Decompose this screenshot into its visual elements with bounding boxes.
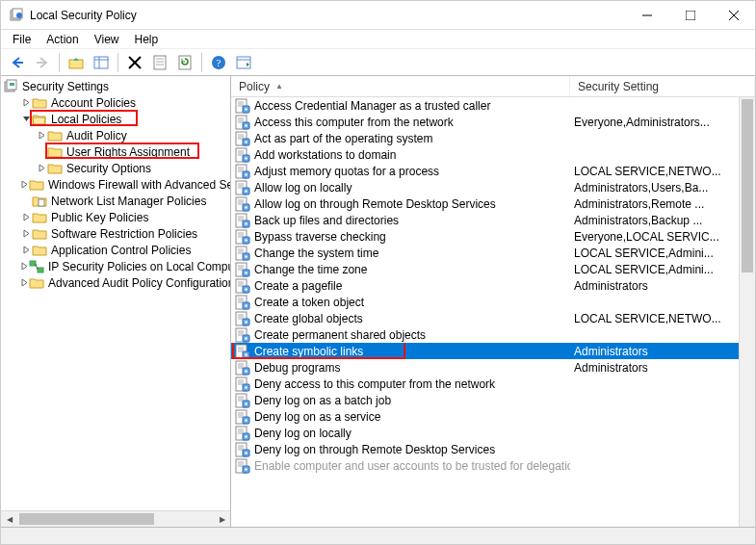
policy-row[interactable]: Allow log on locallyAdministrators,Users…: [231, 179, 755, 195]
expander-icon[interactable]: [20, 261, 29, 272]
scroll-thumb[interactable]: [19, 513, 154, 525]
policy-row[interactable]: Back up files and directoriesAdministrat…: [231, 212, 755, 228]
scroll-thumb[interactable]: [742, 99, 753, 272]
tree-root-label: Security Settings: [20, 80, 111, 93]
folder-icon: [29, 177, 44, 193]
svg-point-66: [245, 190, 247, 192]
policy-name: Debug programs: [254, 361, 340, 375]
policy-row[interactable]: Add workstations to domain: [231, 146, 755, 163]
minimize-button[interactable]: [625, 1, 668, 30]
expander-icon[interactable]: [20, 212, 32, 223]
tree-node-label: Public Key Policies: [49, 211, 150, 224]
show-hide-tree-button[interactable]: [90, 51, 113, 74]
policy-row[interactable]: Deny log on locally: [231, 425, 755, 441]
properties-button[interactable]: [148, 51, 171, 74]
list-vertical-scrollbar[interactable]: [739, 97, 755, 527]
expander-icon[interactable]: [36, 130, 47, 142]
tree-node-label: Network List Manager Policies: [49, 195, 208, 208]
tree-node[interactable]: IP Security Policies on Local Computer: [1, 258, 230, 274]
expander-icon[interactable]: [20, 228, 32, 240]
toolbar-separator: [59, 53, 60, 72]
refresh-button[interactable]: [173, 51, 196, 74]
policy-row[interactable]: Enable computer and user accounts to be …: [231, 457, 755, 474]
policy-row[interactable]: Deny log on as a service: [231, 408, 755, 425]
policy-row[interactable]: Deny log on as a batch job: [231, 392, 755, 408]
policy-row[interactable]: Create a token object: [231, 294, 755, 310]
policy-cell: Change the system time: [231, 246, 570, 261]
delete-button[interactable]: [123, 51, 146, 74]
policy-row[interactable]: Create symbolic linksAdministrators: [231, 343, 755, 359]
expander-icon[interactable]: [36, 146, 47, 158]
tree-node[interactable]: Account Policies: [1, 94, 230, 111]
tree-horizontal-scrollbar[interactable]: ◀ ▶: [1, 510, 230, 527]
up-level-button[interactable]: [65, 51, 88, 74]
policy-row[interactable]: Create global objectsLOCAL SERVICE,NETWO…: [231, 310, 755, 326]
tree-node-label: Software Restriction Policies: [49, 227, 199, 241]
security-setting-cell: Administrators: [570, 361, 755, 375]
security-setting-cell: LOCAL SERVICE,Admini...: [570, 263, 755, 276]
policy-cell: Deny log on through Remote Desktop Servi…: [231, 442, 570, 457]
policy-row[interactable]: Allow log on through Remote Desktop Serv…: [231, 195, 755, 212]
expander-icon[interactable]: [36, 163, 47, 174]
tree-node[interactable]: Software Restriction Policies: [1, 225, 230, 242]
policy-row[interactable]: Create permanent shared objects: [231, 326, 755, 343]
policy-row[interactable]: Debug programsAdministrators: [231, 359, 755, 376]
policy-row[interactable]: Change the system timeLOCAL SERVICE,Admi…: [231, 245, 755, 261]
tree-node[interactable]: Public Key Policies: [1, 209, 230, 225]
tree-node-label: Application Control Policies: [49, 244, 193, 257]
tree-node[interactable]: Local Policies: [1, 111, 230, 127]
svg-point-156: [245, 435, 247, 437]
expander-icon[interactable]: [20, 277, 29, 289]
menu-view[interactable]: View: [87, 31, 127, 48]
menu-action[interactable]: Action: [39, 31, 86, 48]
tree-node[interactable]: Network List Manager Policies: [1, 193, 230, 209]
policy-name: Change the time zone: [254, 263, 367, 276]
policy-row[interactable]: Deny log on through Remote Desktop Servi…: [231, 441, 755, 457]
policy-row[interactable]: Access Credential Manager as a trusted c…: [231, 97, 755, 114]
policy-icon: [235, 213, 250, 228]
export-list-button[interactable]: [232, 51, 255, 74]
expander-icon[interactable]: [20, 114, 32, 125]
menu-help[interactable]: Help: [127, 31, 167, 48]
menu-file[interactable]: File: [5, 31, 39, 48]
tree-node[interactable]: Security Options: [1, 160, 230, 176]
scroll-left-icon[interactable]: ◀: [1, 511, 17, 527]
policy-row[interactable]: Adjust memory quotas for a processLOCAL …: [231, 163, 755, 179]
list-pane: Policy ▲ Security Setting Access Credent…: [231, 76, 755, 527]
tree-node[interactable]: User Rights Assignment: [1, 143, 230, 160]
expander-icon[interactable]: [20, 97, 32, 109]
column-header-policy[interactable]: Policy ▲: [231, 76, 570, 96]
svg-point-78: [245, 222, 247, 224]
tree-node[interactable]: Audit Policy: [1, 127, 230, 143]
tree-node[interactable]: Application Control Policies: [1, 242, 230, 258]
tree-node[interactable]: Windows Firewall with Advanced Security: [1, 176, 230, 193]
policy-row[interactable]: Bypass traverse checkingEveryone,LOCAL S…: [231, 228, 755, 245]
policy-cell: Create global objects: [231, 311, 570, 326]
expander-icon[interactable]: [20, 179, 29, 191]
policy-cell: Enable computer and user accounts to be …: [231, 458, 570, 474]
policy-row[interactable]: Create a pagefileAdministrators: [231, 277, 755, 294]
policy-name: Create symbolic links: [254, 345, 363, 358]
folder-icon: [29, 259, 44, 274]
scroll-right-icon[interactable]: ▶: [214, 511, 230, 527]
tree-node[interactable]: Advanced Audit Policy Configuration: [1, 274, 230, 291]
close-button[interactable]: [712, 1, 755, 30]
tree-pane: Security SettingsAccount PoliciesLocal P…: [1, 76, 231, 527]
policy-row[interactable]: Act as part of the operating system: [231, 130, 755, 146]
maximize-button[interactable]: [668, 1, 712, 30]
forward-button[interactable]: [31, 51, 54, 74]
policy-cell: Create permanent shared objects: [231, 327, 570, 343]
svg-rect-28: [30, 261, 36, 266]
back-button[interactable]: [6, 51, 29, 74]
policy-row[interactable]: Access this computer from the networkEve…: [231, 114, 755, 130]
expander-icon[interactable]: [20, 195, 32, 207]
window-title: Local Security Policy: [30, 9, 625, 22]
svg-point-54: [245, 157, 247, 159]
tree-root[interactable]: Security Settings: [1, 78, 230, 94]
help-button[interactable]: ?: [207, 51, 230, 74]
expander-icon[interactable]: [20, 245, 32, 256]
column-header-setting[interactable]: Security Setting: [570, 76, 755, 96]
policy-row[interactable]: Deny access to this computer from the ne…: [231, 376, 755, 392]
policy-row[interactable]: Change the time zoneLOCAL SERVICE,Admini…: [231, 261, 755, 277]
security-setting-cell: LOCAL SERVICE,Admini...: [570, 247, 755, 260]
